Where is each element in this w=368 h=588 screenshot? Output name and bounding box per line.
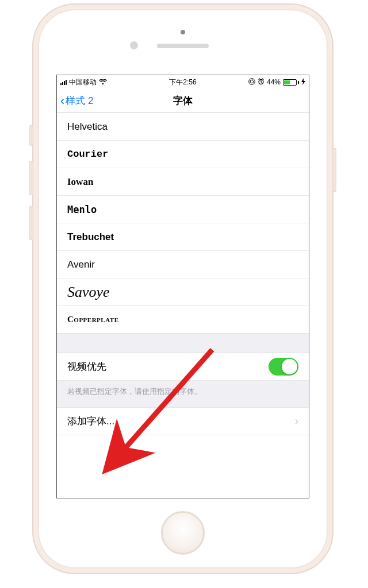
clock-label: 下午2:56 [169,78,196,87]
video-priority-label: 视频优先 [67,360,269,373]
font-option-trebuchet[interactable]: Trebuchet [57,223,309,251]
font-option-label: Avenir [67,259,298,270]
font-option-iowan[interactable]: Iowan [57,168,309,196]
font-option-label: Iowan [67,176,298,188]
add-font-row[interactable]: 添加字体... › [57,408,309,435]
mute-switch [29,125,33,146]
phone-frame: 中国移动 下午2:56 44% [39,10,327,567]
video-priority-footer: 若视频已指定字体，请使用指定的字体。 [57,381,309,408]
font-option-label: Copperplate [67,315,298,324]
font-option-label: Courier [67,149,298,160]
screen: 中国移动 下午2:56 44% [56,75,309,498]
chevron-right-icon: › [295,415,298,427]
video-priority-toggle[interactable] [269,358,298,376]
charging-icon [301,78,305,86]
battery-percent-label: 44% [267,78,281,86]
chevron-left-icon: ‹ [60,95,64,107]
home-button[interactable] [161,511,205,555]
front-camera [130,41,138,49]
carrier-label: 中国移动 [69,78,97,87]
navigation-bar: ‹ 样式 2 字体 [57,89,309,113]
proximity-sensor [181,30,185,34]
page-title: 字体 [57,94,309,107]
font-option-savoye[interactable]: Savoye [57,278,309,306]
cellular-signal-icon [60,79,67,85]
video-priority-row[interactable]: 视频优先 [57,353,309,381]
earpiece-speaker [157,44,209,48]
font-option-label: Menlo [67,204,298,215]
back-button-label: 样式 2 [66,94,93,107]
rotation-lock-icon [248,78,255,86]
volume-up-button [29,161,33,195]
font-option-helvetica[interactable]: Helvetica [57,113,309,141]
volume-down-button [29,206,33,240]
alarm-icon [258,78,264,86]
section-separator [57,334,309,353]
font-option-label: Trebuchet [67,231,298,243]
font-list: Helvetica Courier Iowan Menlo Trebuchet … [57,113,309,334]
battery-icon [283,79,299,86]
status-bar: 中国移动 下午2:56 44% [57,75,309,89]
add-font-label: 添加字体... [67,415,295,428]
font-option-label: Savoye [67,284,298,301]
font-option-avenir[interactable]: Avenir [57,251,309,278]
power-button [332,148,336,192]
font-option-copperplate[interactable]: Copperplate [57,306,309,334]
wifi-icon [99,79,107,85]
back-button[interactable]: ‹ 样式 2 [57,94,94,107]
font-option-menlo[interactable]: Menlo [57,196,309,223]
font-option-courier[interactable]: Courier [57,141,309,168]
font-option-label: Helvetica [67,121,298,133]
